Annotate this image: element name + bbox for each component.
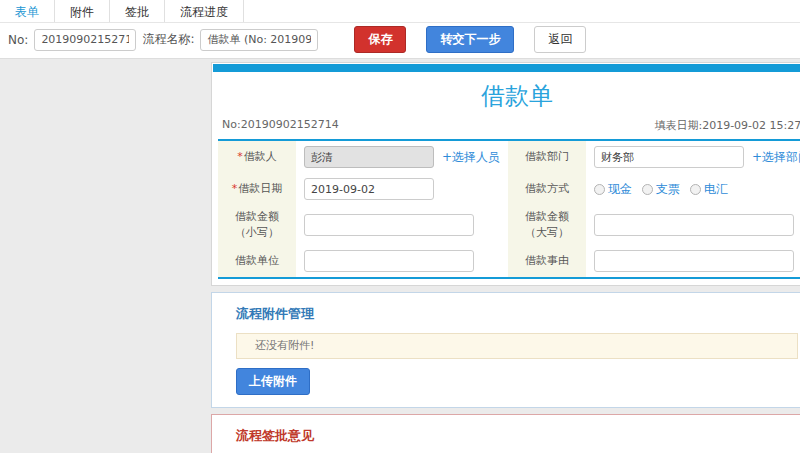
required-marker: *	[232, 182, 238, 195]
borrower-label: *借款人	[218, 141, 296, 173]
amount-uppercase-input[interactable]	[594, 214, 794, 236]
radio-cash[interactable]: 现金	[594, 181, 632, 198]
next-step-button[interactable]: 转交下一步	[426, 26, 514, 53]
approval-heading: 流程签批意见	[236, 427, 798, 445]
department-label: 借款部门	[508, 141, 586, 173]
department-input[interactable]	[594, 146, 744, 168]
form-date-text: 填表日期:2019-09-02 15:27:1	[654, 118, 800, 133]
radio-circle-icon[interactable]	[642, 184, 653, 195]
amount-uppercase-label: 借款金额（大写）	[508, 205, 586, 245]
borrow-date-label: *借款日期	[218, 173, 296, 205]
page-title: 借款单	[212, 72, 800, 116]
upload-attachment-button[interactable]: 上传附件	[236, 368, 310, 395]
content-area: 借款单 No:20190902152714 填表日期:2019-09-02 15…	[211, 62, 800, 453]
toolbar-row: No: 流程名称: 保存 转交下一步 返回	[0, 23, 800, 58]
amount-lowercase-field	[296, 205, 508, 245]
borrow-date-input[interactable]	[304, 178, 434, 200]
tab-bar: 表单 附件 签批 流程进度	[0, 0, 800, 23]
select-department-link[interactable]: +选择部门	[752, 149, 800, 166]
radio-cash-label: 现金	[608, 181, 632, 198]
borrow-unit-input[interactable]	[304, 250, 474, 272]
loan-form-panel: 借款单 No:20190902152714 填表日期:2019-09-02 15…	[211, 62, 800, 286]
form-no-text: No:20190902152714	[222, 118, 339, 133]
panel-accent-bar	[213, 64, 800, 72]
back-button[interactable]: 返回	[534, 26, 586, 53]
approval-panel: 流程签批意见 B I abc	[211, 414, 800, 453]
department-field: +选择部门	[586, 141, 800, 173]
radio-wire-label: 电汇	[704, 181, 728, 198]
radio-check-label: 支票	[656, 181, 680, 198]
tab-attachment[interactable]: 附件	[55, 0, 110, 22]
amount-lowercase-input[interactable]	[304, 214, 474, 236]
save-button[interactable]: 保存	[354, 26, 406, 53]
borrow-unit-field	[296, 245, 508, 277]
borrow-unit-label: 借款单位	[218, 245, 296, 277]
attachment-heading: 流程附件管理	[236, 305, 798, 323]
radio-check[interactable]: 支票	[642, 181, 680, 198]
form-meta-row: No:20190902152714 填表日期:2019-09-02 15:27:…	[212, 116, 800, 137]
borrow-date-field	[296, 173, 508, 205]
tab-process-progress[interactable]: 流程进度	[165, 0, 244, 22]
radio-wire[interactable]: 电汇	[690, 181, 728, 198]
tab-form[interactable]: 表单	[0, 0, 55, 22]
borrower-input[interactable]	[304, 146, 434, 168]
borrow-reason-label: 借款事由	[508, 245, 586, 277]
required-marker: *	[237, 150, 243, 163]
process-name-label: 流程名称:	[142, 31, 194, 48]
amount-uppercase-field	[586, 205, 800, 245]
amount-lowercase-label: 借款金额（小写）	[218, 205, 296, 245]
tab-approval[interactable]: 签批	[110, 0, 165, 22]
borrow-reason-input[interactable]	[594, 250, 794, 272]
borrow-method-field: 现金 支票 电汇	[586, 173, 800, 205]
radio-circle-icon[interactable]	[690, 184, 701, 195]
no-input[interactable]	[34, 29, 136, 51]
top-header: 表单 附件 签批 流程进度 No: 流程名称: 保存 转交下一步 返回	[0, 0, 800, 59]
process-name-input[interactable]	[200, 29, 318, 51]
no-attachment-alert: 还没有附件!	[236, 333, 798, 359]
radio-circle-icon[interactable]	[594, 184, 605, 195]
attachment-panel: 流程附件管理 还没有附件! 上传附件	[211, 292, 800, 408]
borrow-reason-field	[586, 245, 800, 277]
no-label: No:	[8, 33, 28, 47]
select-person-link[interactable]: +选择人员	[442, 149, 500, 166]
borrower-field: +选择人员	[296, 141, 508, 173]
borrow-method-label: 借款方式	[508, 173, 586, 205]
loan-form-table: *借款人 +选择人员 借款部门 +选择部门 *借款日期 借款方式	[218, 139, 800, 279]
